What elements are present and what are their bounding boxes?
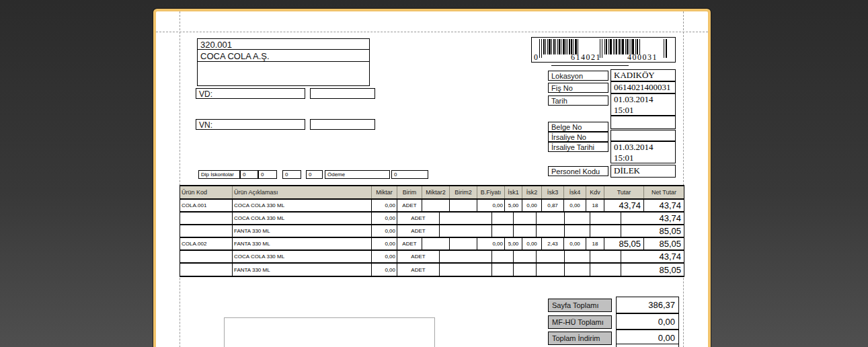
cell-miktar: 0,00 (372, 264, 397, 276)
table-row[interactable]: COCA COLA 330 ML 0,00 ADET 43,74 (180, 213, 684, 225)
cell-aciklama: COCA COLA 330 ML (233, 213, 372, 224)
cell-empty (590, 225, 621, 237)
cell-net-tutar: 85,05 (644, 238, 684, 249)
sayfa-toplami-value[interactable]: 386,37 (616, 297, 679, 313)
mf-hu-toplami-label[interactable]: MF-HÜ Toplamı (548, 315, 612, 329)
vd-value-box[interactable] (310, 88, 375, 99)
cell-empty (440, 225, 492, 237)
tarih-label[interactable]: Tarih (548, 95, 608, 106)
dip-iskonto-4[interactable]: 0 (306, 170, 323, 179)
left-margin-guide (180, 11, 180, 347)
irsaliye-tarihi-value[interactable]: 01.03.201415:01 (610, 141, 676, 163)
cell-miktar: 0,00 (372, 238, 397, 249)
cell-kdv: 18 (586, 238, 604, 249)
cell-empty (537, 225, 565, 237)
cell-kod (180, 264, 233, 276)
personel-kodu-value[interactable]: DİLEK (610, 165, 676, 178)
cell-bfiyati: 0,00 (477, 238, 505, 249)
vd-label-box[interactable]: VD: (196, 88, 305, 99)
col-miktar2: Miktar2 (422, 186, 450, 198)
customer-address-box[interactable] (197, 61, 370, 86)
col-isk1: İsk1 (505, 186, 522, 198)
cell-tutar: 85,05 (604, 238, 644, 249)
cell-net-tutar: 43,74 (621, 251, 684, 262)
irsaliye-tarihi-label[interactable]: İrsaliye Tarihi (548, 142, 608, 152)
table-row[interactable]: COCA COLA 330 ML 0,00 ADET 43,74 (180, 251, 684, 264)
dip-iskonto-2[interactable]: 0 (258, 170, 277, 179)
col-kdv: Kdv (586, 186, 604, 198)
cell-isk1: 5,00 (505, 200, 522, 211)
barcode[interactable]: 0 614021 400031 (531, 37, 676, 63)
cell-miktar2 (422, 238, 450, 249)
barcode-group2: 400031 (627, 52, 658, 62)
odeme-label[interactable]: Ödeme (325, 170, 390, 179)
footer-note-box[interactable] (224, 317, 435, 347)
belgeno-value[interactable] (610, 116, 676, 129)
col-urun-kod: Ürün Kod (180, 186, 233, 198)
table-row[interactable]: FANTA 330 ML 0,00 ADET 85,05 (180, 225, 684, 238)
customer-name-box[interactable]: COCA COLA A.Ş. (197, 49, 370, 62)
fisno-value[interactable]: 0614021400031 (610, 81, 676, 93)
cell-miktar: 0,00 (372, 213, 397, 224)
dip-iskonto-3[interactable]: 0 (282, 170, 301, 179)
cell-aciklama: FANTA 330 ML (233, 238, 372, 249)
net-toplam-value[interactable]: 386,37 (616, 344, 679, 347)
col-birim2: Birim2 (450, 186, 477, 198)
vn-label-box[interactable]: VN: (196, 119, 305, 130)
col-urun-aciklamasi: Ürün Açıklaması (233, 186, 372, 198)
table-row[interactable]: FANTA 330 ML 0,00 ADET 85,05 (180, 264, 684, 276)
cell-isk3: 0,87 (542, 200, 564, 211)
cell-net-tutar: 85,05 (621, 225, 684, 237)
cell-birim2 (450, 200, 477, 211)
irsaliye-time: 15:01 (614, 153, 675, 163)
cell-isk4: 0,00 (564, 200, 586, 211)
items-table-header: Ürün Kod Ürün Açıklaması Miktar Birim Mi… (180, 186, 684, 200)
cell-empty (537, 251, 565, 262)
dip-iskontolar-label[interactable]: Dip İskontolar (198, 170, 240, 179)
cell-net-tutar: 43,74 (621, 213, 684, 224)
cell-miktar2 (422, 200, 450, 211)
customer-code-box[interactable]: 320.001 (197, 38, 370, 50)
col-isk4: İsk4 (564, 186, 586, 198)
cell-empty (537, 264, 565, 276)
cell-isk3: 2,43 (542, 238, 564, 249)
cell-kod (180, 251, 233, 262)
irsaliye-date: 01.03.2014 (614, 142, 675, 153)
irsaliyeno-value[interactable] (610, 130, 676, 141)
col-bfiyati: B.Fiyatı (477, 186, 505, 198)
sayfa-toplami-label[interactable]: Sayfa Toplamı (548, 299, 612, 312)
col-isk3: İsk3 (542, 186, 564, 198)
tarih-time: 15:01 (614, 105, 675, 116)
odeme-value[interactable]: 0 (391, 170, 428, 179)
table-row[interactable]: COLA.002 FANTA 330 ML 0,00 ADET 0,00 5,0… (180, 238, 684, 251)
irsaliyeno-label[interactable]: İrsaliye No (548, 132, 608, 142)
right-margin-guide (683, 11, 684, 347)
table-row[interactable]: COLA.001 COCA COLA 330 ML 0,00 ADET 0,00… (180, 200, 684, 213)
col-birim: Birim (397, 186, 422, 198)
toplam-indirim-label[interactable]: Toplam İndirim (548, 332, 612, 345)
lokasyon-label[interactable]: Lokasyon (548, 71, 608, 81)
cell-empty (537, 213, 565, 224)
cell-kod: COLA.001 (180, 200, 233, 211)
cell-empty (565, 264, 590, 276)
cell-miktar: 0,00 (372, 225, 397, 237)
report-page[interactable]: 320.001 COCA COLA A.Ş. VD: VN: 0 614021 … (156, 11, 708, 347)
vn-value-box[interactable] (310, 119, 375, 130)
tarih-value[interactable]: 01.03.201415:01 (610, 93, 676, 116)
cell-empty (492, 251, 514, 262)
fisno-label[interactable]: Fiş No (548, 83, 608, 93)
cell-kdv: 18 (586, 200, 604, 211)
cell-aciklama: COCA COLA 330 ML (233, 200, 372, 211)
dip-iskonto-1[interactable]: 0 (240, 170, 258, 179)
cell-net-tutar: 85,05 (621, 264, 684, 276)
items-table[interactable]: Ürün Kod Ürün Açıklaması Miktar Birim Mi… (180, 185, 684, 277)
cell-birim: ADET (397, 251, 440, 262)
mf-hu-toplami-value[interactable]: 0,00 (616, 313, 679, 330)
lokasyon-value[interactable]: KADIKÖY (610, 69, 676, 81)
cell-kod (180, 225, 233, 237)
cell-empty (565, 225, 590, 237)
belgeno-label[interactable]: Belge No (548, 122, 608, 132)
cell-birim: ADET (397, 238, 422, 249)
cell-birim: ADET (397, 200, 422, 211)
personel-kodu-label[interactable]: Personel Kodu (548, 166, 608, 176)
